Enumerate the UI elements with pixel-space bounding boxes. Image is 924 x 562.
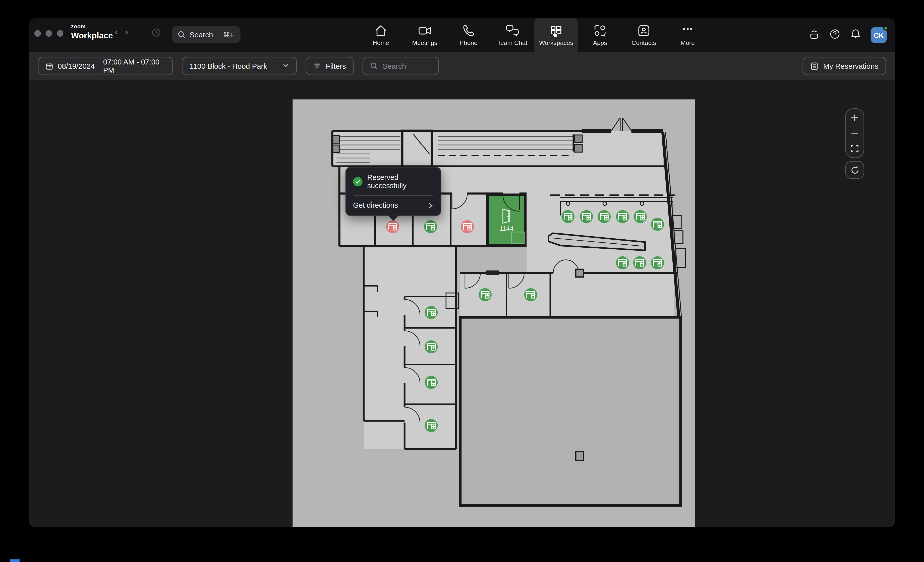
desk-marker-available[interactable] — [616, 256, 629, 269]
desk-marker-available[interactable] — [478, 288, 492, 301]
fullscreen-button[interactable] — [849, 143, 861, 154]
location-value: 1100 Block - Hood Park — [190, 62, 267, 70]
map-canvas[interactable]: 1144 Reserved successfully — [29, 80, 895, 527]
tab-meetings[interactable]: Meetings — [403, 18, 447, 52]
double-door — [611, 118, 631, 131]
maximize-window-button[interactable] — [57, 30, 63, 37]
desk-marker-available[interactable] — [598, 210, 610, 223]
tab-more[interactable]: More — [666, 18, 710, 52]
reset-view-button[interactable] — [845, 161, 864, 179]
global-search-button[interactable]: Search ⌘F — [172, 26, 240, 43]
desk-marker-available[interactable] — [424, 306, 438, 319]
home-icon — [374, 24, 387, 37]
chevron-down-icon — [282, 62, 289, 70]
desk-marker-available[interactable] — [634, 210, 647, 223]
map-search-field[interactable] — [363, 57, 439, 75]
search-icon — [178, 31, 186, 39]
history-icon[interactable] — [152, 28, 161, 40]
my-reservations-button[interactable]: My Reservations — [802, 57, 886, 75]
zoom-out-button[interactable] — [849, 128, 861, 139]
presence-dot — [883, 25, 888, 31]
tab-contacts[interactable]: Contacts — [622, 18, 666, 52]
desk-marker-available[interactable] — [651, 218, 664, 231]
minimize-window-button[interactable] — [46, 30, 52, 37]
global-search-label: Search — [190, 30, 213, 39]
desk-marker-occupied[interactable] — [461, 220, 474, 233]
dock-hint — [10, 559, 20, 562]
primary-nav: Home Meetings Phone — [359, 18, 710, 52]
reservations-list-icon — [810, 62, 819, 70]
desk-marker-available[interactable] — [424, 340, 438, 353]
apps-icon — [594, 24, 607, 37]
desk-marker-available[interactable] — [580, 210, 593, 223]
time-range-value: 07:00 AM - 07:00 PM — [103, 58, 165, 74]
desk-marker-occupied[interactable] — [386, 220, 399, 233]
date-time-picker[interactable]: 08/19/2024 07:00 AM - 07:00 PM — [38, 57, 173, 75]
room-number-label: 1144 — [500, 225, 513, 232]
get-directions-button[interactable]: Get directions — [346, 196, 441, 215]
workspaces-toolbar: 08/19/2024 07:00 AM - 07:00 PM 1100 Bloc… — [29, 52, 895, 80]
location-selector[interactable]: 1100 Block - Hood Park — [182, 57, 297, 75]
tab-apps[interactable]: Apps — [578, 18, 622, 52]
map-search-input[interactable] — [382, 62, 430, 70]
chevron-right-icon — [427, 202, 434, 209]
meetings-icon — [418, 24, 431, 37]
workspaces-icon — [550, 24, 562, 37]
logo-workplace-text: Workplace — [71, 31, 113, 40]
zoom-workplace-logo: zoom Workplace — [71, 24, 113, 40]
desk-marker-available[interactable] — [524, 288, 537, 301]
contacts-icon — [637, 24, 650, 37]
search-shortcut: ⌘F — [223, 30, 235, 39]
tab-home[interactable]: Home — [359, 18, 403, 52]
filters-button[interactable]: Filters — [306, 57, 354, 75]
desk-marker-available[interactable] — [651, 256, 664, 269]
back-arrow-icon[interactable]: ‹ — [115, 27, 118, 37]
notifications-bell-icon[interactable] — [850, 28, 861, 42]
desk-marker-available[interactable] — [424, 419, 438, 432]
team-chat-icon — [506, 24, 519, 37]
tab-team-chat[interactable]: Team Chat — [490, 18, 534, 52]
filter-icon — [314, 62, 321, 70]
pair-device-icon[interactable] — [808, 28, 820, 42]
date-value: 08/19/2024 — [58, 62, 95, 70]
desk-marker-available[interactable] — [633, 256, 646, 269]
tab-phone[interactable]: Phone — [447, 18, 490, 52]
close-window-button[interactable] — [34, 30, 41, 37]
window-controls[interactable] — [34, 30, 63, 37]
phone-icon — [462, 24, 475, 37]
reserved-room-1144[interactable]: 1144 — [488, 195, 525, 245]
forward-arrow-icon[interactable]: › — [125, 27, 128, 37]
desk-marker-available[interactable] — [561, 210, 574, 223]
reservation-tooltip: Reserved successfully Get directions — [345, 167, 441, 216]
search-icon — [370, 62, 378, 70]
tab-workspaces[interactable]: Workspaces — [534, 18, 578, 52]
desk-marker-available[interactable] — [616, 210, 629, 223]
map-controls — [845, 108, 864, 179]
zoom-in-button[interactable] — [849, 112, 861, 123]
floorplan[interactable]: 1144 Reserved successfully — [292, 99, 695, 528]
titlebar: zoom Workplace ‹ › Search ⌘F — [29, 18, 895, 52]
calendar-icon — [46, 62, 53, 70]
avatar[interactable]: CK — [871, 27, 887, 43]
desk-marker-available[interactable] — [424, 376, 438, 389]
logo-zoom-text: zoom — [71, 24, 113, 30]
tooltip-status-text: Reserved successfully — [368, 173, 434, 190]
large-room — [460, 317, 681, 505]
help-icon[interactable] — [830, 28, 841, 42]
zoom-workplace-window: zoom Workplace ‹ › Search ⌘F — [29, 18, 895, 528]
more-icon — [681, 24, 694, 37]
desk-marker-available[interactable] — [424, 220, 437, 233]
success-check-icon — [353, 177, 363, 187]
app-stage: zoom Workplace ‹ › Search ⌘F — [0, 0, 924, 562]
